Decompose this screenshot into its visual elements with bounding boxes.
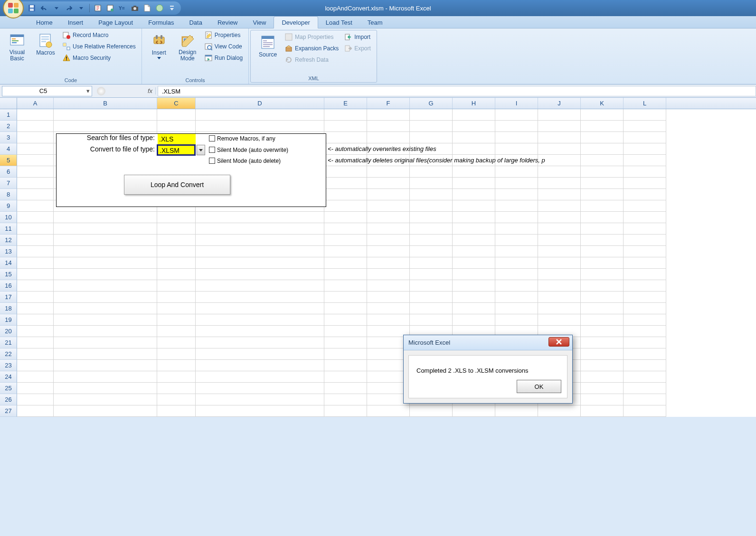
cell[interactable] bbox=[17, 360, 54, 371]
cell[interactable] bbox=[495, 212, 538, 223]
row-header-6[interactable]: 6 bbox=[0, 166, 17, 178]
cell[interactable] bbox=[453, 166, 495, 178]
cell[interactable] bbox=[367, 303, 410, 314]
col-header-e[interactable]: E bbox=[324, 98, 367, 109]
checkbox-silent-overwrite[interactable]: Silent Mode (auto overwrite) bbox=[209, 146, 288, 155]
cell[interactable] bbox=[54, 269, 157, 280]
tab-team[interactable]: Team bbox=[360, 17, 390, 28]
cell[interactable] bbox=[324, 109, 367, 121]
cell[interactable] bbox=[495, 200, 538, 212]
cell[interactable] bbox=[157, 257, 196, 269]
fx-label[interactable]: fx bbox=[108, 87, 156, 94]
cell[interactable] bbox=[367, 235, 410, 246]
cell[interactable] bbox=[453, 212, 495, 223]
cell[interactable] bbox=[17, 326, 54, 337]
name-box-dropdown-icon[interactable]: ▾ bbox=[84, 87, 92, 94]
col-header-l[interactable]: L bbox=[624, 98, 666, 109]
row-header-11[interactable]: 11 bbox=[0, 223, 17, 235]
cell[interactable] bbox=[624, 132, 666, 143]
cell[interactable] bbox=[410, 292, 453, 303]
col-header-c[interactable]: C bbox=[157, 98, 196, 109]
cell[interactable] bbox=[624, 337, 666, 348]
row-header-3[interactable]: 3 bbox=[0, 132, 17, 143]
cell[interactable] bbox=[196, 383, 324, 394]
cell[interactable] bbox=[581, 155, 624, 166]
cell[interactable] bbox=[324, 383, 367, 394]
cell[interactable] bbox=[581, 178, 624, 189]
cell[interactable] bbox=[453, 200, 495, 212]
cell[interactable] bbox=[196, 394, 324, 405]
cell[interactable] bbox=[624, 257, 666, 269]
cell[interactable] bbox=[624, 394, 666, 405]
undo-icon[interactable] bbox=[40, 4, 48, 12]
cell[interactable] bbox=[624, 223, 666, 235]
cell[interactable] bbox=[538, 109, 581, 121]
cell[interactable] bbox=[54, 121, 157, 132]
loop-and-convert-button[interactable]: Loop And Convert bbox=[124, 175, 230, 195]
cell[interactable] bbox=[581, 394, 624, 405]
cell[interactable] bbox=[324, 178, 367, 189]
qat-custom-5-icon[interactable] bbox=[155, 4, 164, 12]
cell[interactable] bbox=[324, 200, 367, 212]
tab-load-test[interactable]: Load Test bbox=[318, 17, 360, 28]
undo-dropdown-icon[interactable] bbox=[52, 4, 61, 12]
cell[interactable] bbox=[196, 280, 324, 292]
cell[interactable] bbox=[17, 394, 54, 405]
row-header-13[interactable]: 13 bbox=[0, 246, 17, 257]
cell[interactable] bbox=[495, 223, 538, 235]
cell[interactable] bbox=[324, 314, 367, 326]
refresh-data-button[interactable]: Refresh Data bbox=[284, 55, 340, 65]
use-relative-references-button[interactable]: Use Relative References bbox=[62, 42, 137, 51]
cell[interactable] bbox=[538, 303, 581, 314]
cell[interactable] bbox=[624, 109, 666, 121]
cell[interactable] bbox=[196, 337, 324, 348]
cell[interactable] bbox=[453, 257, 495, 269]
cell[interactable] bbox=[157, 371, 196, 383]
qat-new-icon[interactable] bbox=[143, 4, 151, 12]
cell[interactable] bbox=[538, 132, 581, 143]
map-properties-button[interactable]: Map Properties bbox=[284, 32, 340, 42]
cell[interactable] bbox=[54, 109, 157, 121]
cell[interactable] bbox=[196, 121, 324, 132]
row-header-14[interactable]: 14 bbox=[0, 257, 17, 269]
cell[interactable] bbox=[624, 314, 666, 326]
cell[interactable] bbox=[624, 292, 666, 303]
import-button[interactable]: Import bbox=[343, 32, 372, 42]
cell[interactable] bbox=[453, 178, 495, 189]
cell[interactable] bbox=[367, 292, 410, 303]
cell[interactable] bbox=[581, 200, 624, 212]
cell[interactable] bbox=[367, 314, 410, 326]
message-box-ok-button[interactable]: OK bbox=[517, 380, 561, 393]
cell[interactable] bbox=[453, 246, 495, 257]
row-header-20[interactable]: 20 bbox=[0, 326, 17, 337]
expansion-packs-button[interactable]: Expansion Packs bbox=[284, 44, 340, 53]
cell[interactable] bbox=[324, 121, 367, 132]
cell[interactable] bbox=[54, 383, 157, 394]
cell[interactable] bbox=[54, 360, 157, 371]
cell[interactable] bbox=[624, 189, 666, 200]
cell[interactable] bbox=[410, 314, 453, 326]
cell[interactable] bbox=[453, 405, 495, 417]
save-icon[interactable] bbox=[28, 4, 36, 12]
cell[interactable] bbox=[17, 246, 54, 257]
col-header-k[interactable]: K bbox=[581, 98, 624, 109]
cell[interactable] bbox=[157, 269, 196, 280]
cell[interactable] bbox=[54, 394, 157, 405]
cell[interactable] bbox=[538, 166, 581, 178]
cell[interactable] bbox=[581, 337, 624, 348]
macro-security-button[interactable]: Macro Security bbox=[62, 53, 137, 63]
cell[interactable] bbox=[17, 314, 54, 326]
cell[interactable] bbox=[581, 212, 624, 223]
tab-home[interactable]: Home bbox=[28, 17, 60, 28]
cell[interactable] bbox=[324, 280, 367, 292]
row-header-5[interactable]: 5 bbox=[0, 155, 17, 166]
tab-formulas[interactable]: Formulas bbox=[141, 17, 181, 28]
qat-custom-2-icon[interactable] bbox=[106, 4, 114, 12]
cell[interactable] bbox=[581, 314, 624, 326]
cell[interactable] bbox=[157, 394, 196, 405]
cell[interactable] bbox=[538, 405, 581, 417]
cell[interactable] bbox=[324, 303, 367, 314]
cell[interactable] bbox=[17, 178, 54, 189]
row-header-2[interactable]: 2 bbox=[0, 121, 17, 132]
cell[interactable] bbox=[324, 189, 367, 200]
